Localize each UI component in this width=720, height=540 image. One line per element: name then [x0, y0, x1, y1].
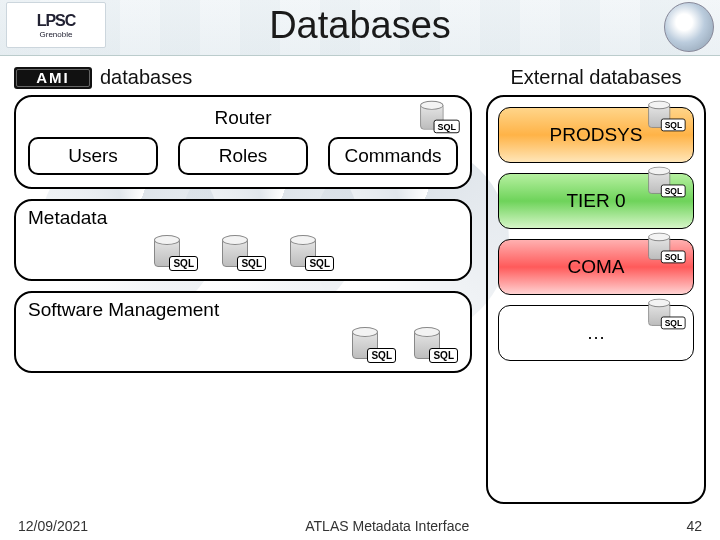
- software-label: Software Management: [28, 299, 458, 321]
- metadata-panel: Metadata SQL SQL SQL: [14, 199, 472, 281]
- ext-db-label: COMA: [568, 256, 625, 278]
- sql-icon: SQL: [154, 237, 196, 269]
- sql-tag: SQL: [434, 120, 460, 134]
- node-roles: Roles: [178, 137, 308, 175]
- slide-header: LPSC Grenoble Databases: [0, 0, 720, 56]
- slide-footer: 12/09/2021 ATLAS Metadata Interface 42: [0, 518, 720, 534]
- software-panel: Software Management SQL SQL: [14, 291, 472, 373]
- slide-body: AMI databases SQL Router Users Roles Com…: [0, 56, 720, 508]
- router-label: Router: [28, 107, 458, 129]
- software-sql-row: SQL SQL: [28, 329, 458, 361]
- ext-db-prodsys: PRODSYS SQL: [498, 107, 694, 163]
- ext-db-label: PRODSYS: [550, 124, 643, 146]
- left-column: AMI databases SQL Router Users Roles Com…: [14, 66, 472, 504]
- sql-icon: SQL: [648, 168, 684, 195]
- external-db-panel: PRODSYS SQL TIER 0 SQL COMA SQL … SQL: [486, 95, 706, 504]
- ext-db-label: …: [587, 322, 606, 344]
- sql-tag: SQL: [661, 185, 685, 198]
- ext-db-more: … SQL: [498, 305, 694, 361]
- ext-db-tier0: TIER 0 SQL: [498, 173, 694, 229]
- right-column: External databases PRODSYS SQL TIER 0 SQ…: [486, 66, 706, 504]
- sql-tag: SQL: [169, 256, 198, 271]
- node-commands: Commands: [328, 137, 458, 175]
- sql-icon: SQL: [648, 102, 684, 129]
- metadata-label: Metadata: [28, 207, 458, 229]
- atlas-logo: [664, 2, 714, 52]
- ext-db-coma: COMA SQL: [498, 239, 694, 295]
- sql-icon: SQL: [352, 329, 394, 361]
- sql-tag: SQL: [367, 348, 396, 363]
- ami-logo: AMI: [14, 67, 92, 89]
- node-users: Users: [28, 137, 158, 175]
- left-heading: AMI databases: [14, 66, 472, 89]
- sql-tag: SQL: [429, 348, 458, 363]
- footer-page: 42: [686, 518, 702, 534]
- sql-tag: SQL: [237, 256, 266, 271]
- sql-icon: SQL: [420, 103, 458, 132]
- sql-icon: SQL: [222, 237, 264, 269]
- router-nodes: Users Roles Commands: [28, 137, 458, 175]
- footer-center: ATLAS Metadata Interface: [305, 518, 469, 534]
- metadata-sql-row: SQL SQL SQL: [28, 237, 458, 269]
- router-panel: SQL Router Users Roles Commands: [14, 95, 472, 189]
- sql-tag: SQL: [305, 256, 334, 271]
- sql-tag: SQL: [661, 119, 685, 132]
- slide-title: Databases: [0, 4, 720, 47]
- left-heading-text: databases: [100, 66, 192, 89]
- footer-date: 12/09/2021: [18, 518, 88, 534]
- sql-icon: SQL: [290, 237, 332, 269]
- external-db-stack: PRODSYS SQL TIER 0 SQL COMA SQL … SQL: [498, 107, 694, 492]
- sql-icon: SQL: [648, 300, 684, 327]
- sql-icon: SQL: [648, 234, 684, 261]
- sql-tag: SQL: [661, 251, 685, 264]
- sql-icon: SQL: [414, 329, 456, 361]
- right-heading: External databases: [486, 66, 706, 89]
- ext-db-label: TIER 0: [566, 190, 625, 212]
- sql-tag: SQL: [661, 317, 685, 330]
